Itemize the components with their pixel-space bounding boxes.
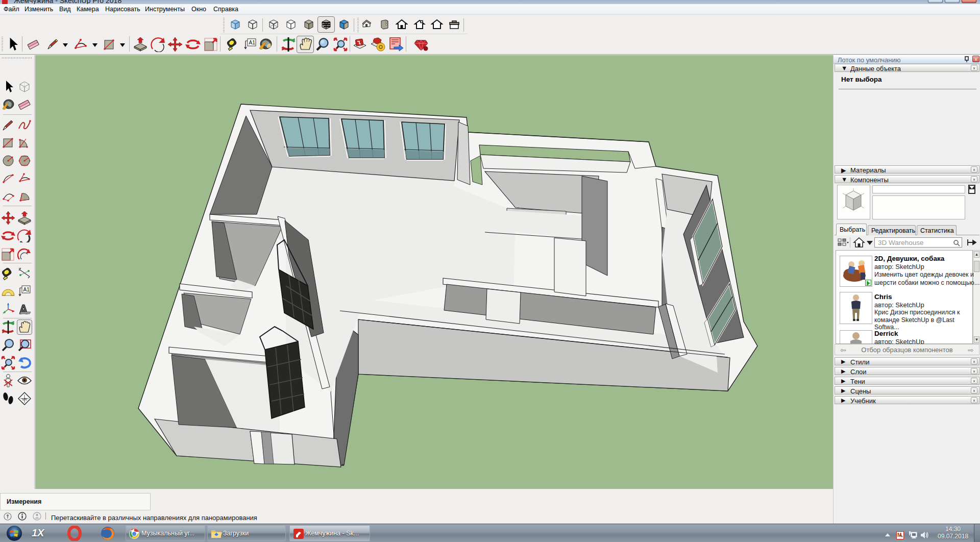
svg-text:VR: VR	[22, 398, 27, 401]
svg-text:A1: A1	[249, 40, 256, 45]
svg-text:A1: A1	[23, 287, 30, 292]
svg-text:3: 3	[18, 267, 20, 271]
